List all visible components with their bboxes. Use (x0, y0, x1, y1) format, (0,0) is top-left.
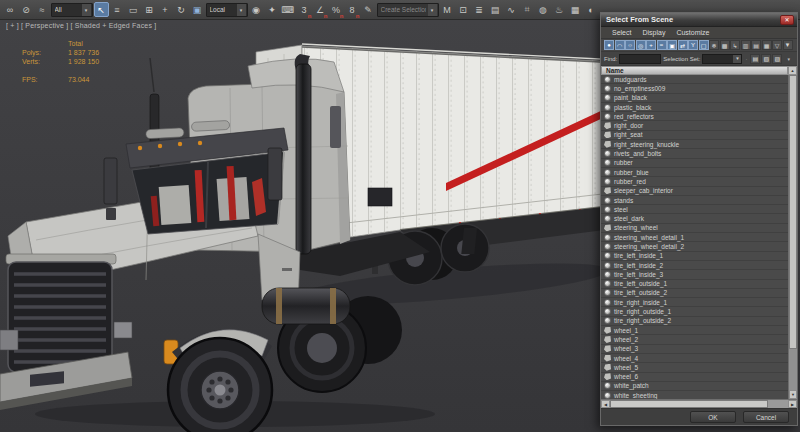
white_patch[interactable]: white_patch (601, 382, 788, 391)
scroll-left-icon[interactable] (601, 400, 610, 408)
scrollbar-track[interactable] (789, 75, 797, 390)
plastic_black[interactable]: plastic_black (601, 103, 788, 112)
steering_wheel_detail_2[interactable]: steering_wheel_detail_2 (601, 242, 788, 251)
scroll-down-icon[interactable] (789, 390, 797, 399)
select-and-link-icon[interactable]: ∞ (3, 2, 18, 17)
scrollbar-thumb[interactable] (789, 75, 797, 349)
keyboard-shortcut-override-icon[interactable]: ⌨ (281, 2, 296, 17)
list-view-icon[interactable]: ▤ (751, 40, 761, 50)
bind-to-space-warp-icon[interactable]: ≈ (35, 2, 50, 17)
steering_wheel[interactable]: steering_wheel (601, 224, 788, 233)
display-xrefs-icon[interactable]: ⇄ (678, 40, 688, 50)
display-shapes-icon[interactable]: ◠ (615, 40, 625, 50)
column-chooser-icon[interactable]: ▦ (762, 40, 772, 50)
display-frozen-objects-icon[interactable]: ❄ (709, 40, 719, 50)
spinner-snap-toggle-icon[interactable]: 8 (345, 2, 360, 17)
wheel_6[interactable]: wheel_6 (601, 373, 788, 382)
cancel-button[interactable]: Cancel (743, 411, 789, 423)
material-editor-icon[interactable]: ◍ (536, 2, 551, 17)
display-bones-icon[interactable]: Y (688, 40, 698, 50)
curve-editor-icon[interactable]: ∿ (504, 2, 519, 17)
render-production-icon[interactable]: ◐ (584, 2, 599, 17)
sleeper_cab_interior[interactable]: sleeper_cab_interior (601, 187, 788, 196)
percent-snap-toggle-icon[interactable]: % (329, 2, 344, 17)
paint_black[interactable]: paint_black (601, 94, 788, 103)
select-instances-icon[interactable]: ▥ (741, 40, 751, 50)
rubber[interactable]: rubber (601, 159, 788, 168)
display-hidden-objects-icon[interactable]: ▩ (720, 40, 730, 50)
angle-snap-toggle-icon[interactable]: ∠ (313, 2, 328, 17)
mirror-icon[interactable]: M (440, 2, 455, 17)
tire_left_inside_3[interactable]: tire_left_inside_3 (601, 270, 788, 279)
select-by-name-icon[interactable]: ≡ (110, 2, 125, 17)
scrollbar-thumb[interactable] (610, 400, 768, 408)
remove-from-selection-set-icon[interactable]: ▨ (772, 54, 782, 64)
horizontal-scrollbar[interactable] (601, 399, 797, 408)
tire_right_outside_2[interactable]: tire_right_outside_2 (601, 317, 788, 326)
tire_left_inside_2[interactable]: tire_left_inside_2 (601, 261, 788, 270)
wheel_2[interactable]: wheel_2 (601, 335, 788, 344)
display-space-warps-icon[interactable]: ≈ (657, 40, 667, 50)
schematic-view-icon[interactable]: ⌗ (520, 2, 535, 17)
wheel_4[interactable]: wheel_4 (601, 354, 788, 363)
snaps-toggle-3d-icon[interactable]: 3 (297, 2, 312, 17)
red_reflectors[interactable]: red_reflectors (601, 112, 788, 121)
display-cameras-icon[interactable]: ◎ (636, 40, 646, 50)
rectangular-selection-region-icon[interactable]: ▭ (126, 2, 141, 17)
right_seat[interactable]: right_seat (601, 131, 788, 140)
mudguards[interactable]: mudguards (601, 75, 788, 84)
unlink-selection-icon[interactable]: ⊘ (19, 2, 34, 17)
rubber_red[interactable]: rubber_red (601, 177, 788, 186)
steel_dark[interactable]: steel_dark (601, 214, 788, 223)
layer-explorer-icon[interactable]: ≣ (472, 2, 487, 17)
display-containers-icon[interactable]: ▢ (699, 40, 709, 50)
steering_wheel_detail_1[interactable]: steering_wheel_detail_1 (601, 233, 788, 242)
scroll-up-icon[interactable] (788, 66, 797, 75)
viewport-label[interactable]: [ + ] [ Perspective ] [ Shaded + Edged F… (6, 22, 156, 29)
dialog-menu-item[interactable]: Customize (676, 29, 709, 36)
use-pivot-point-center-icon[interactable]: ◉ (249, 2, 264, 17)
select-and-manipulate-icon[interactable]: ✦ (265, 2, 280, 17)
align-icon[interactable]: ⊡ (456, 2, 471, 17)
dialog-menu-item[interactable]: Select (612, 29, 631, 36)
wheel_1[interactable]: wheel_1 (601, 326, 788, 335)
create-selection-set-icon[interactable]: ▤ (750, 54, 760, 64)
display-lights-icon[interactable]: ☼ (625, 40, 635, 50)
selection-set-dropdown[interactable] (702, 54, 742, 64)
steel[interactable]: steel (601, 205, 788, 214)
white_sheeting[interactable]: white_sheeting (601, 391, 788, 399)
scroll-right-icon[interactable] (788, 400, 797, 408)
tire_left_outside_1[interactable]: tire_left_outside_1 (601, 280, 788, 289)
reference-coordinate-system-dropdown[interactable]: Local (206, 3, 248, 17)
vertical-scrollbar[interactable] (788, 75, 797, 399)
window-crossing-icon[interactable]: ⊞ (142, 2, 157, 17)
dialog-menu-item[interactable]: Display (642, 29, 665, 36)
name-column-header[interactable]: Name (601, 66, 788, 75)
render-setup-icon[interactable]: ♨ (552, 2, 567, 17)
add-to-selection-set-icon[interactable]: ▧ (761, 54, 771, 64)
chevron-down-icon[interactable] (733, 55, 741, 63)
wheel_5[interactable]: wheel_5 (601, 363, 788, 372)
select-object-icon[interactable]: ↖ (94, 2, 109, 17)
display-helpers-icon[interactable]: + (646, 40, 656, 50)
rubber_blue[interactable]: rubber_blue (601, 168, 788, 177)
ok-button[interactable]: OK (690, 411, 736, 423)
advanced-filter-icon[interactable]: ▼ (783, 40, 793, 50)
right_steering_knuckle[interactable]: right_steering_knuckle (601, 140, 788, 149)
select-and-rotate-icon[interactable]: ↻ (174, 2, 189, 17)
configure-filter-icon[interactable]: ▽ (772, 40, 782, 50)
rivets_and_bolts[interactable]: rivets_and_bolts (601, 149, 788, 158)
edit-named-selection-sets-icon[interactable]: ✎ (361, 2, 376, 17)
display-geometry-icon[interactable]: ● (604, 40, 614, 50)
stands[interactable]: stands (601, 196, 788, 205)
select-and-move-icon[interactable]: + (158, 2, 173, 17)
tire_right_outside_1[interactable]: tire_right_outside_1 (601, 307, 788, 316)
select-and-scale-icon[interactable]: ▣ (190, 2, 205, 17)
select-children-icon[interactable]: ↳ (730, 40, 740, 50)
wheel_3[interactable]: wheel_3 (601, 345, 788, 354)
rendered-frame-window-icon[interactable]: ▦ (568, 2, 583, 17)
dialog-titlebar[interactable]: Select From Scene ✕ (601, 13, 797, 27)
scrollbar-track[interactable] (610, 400, 788, 408)
tire_right_inside_1[interactable]: tire_right_inside_1 (601, 298, 788, 307)
named-selection-sets-dropdown[interactable]: Create Selection Se (377, 3, 439, 17)
